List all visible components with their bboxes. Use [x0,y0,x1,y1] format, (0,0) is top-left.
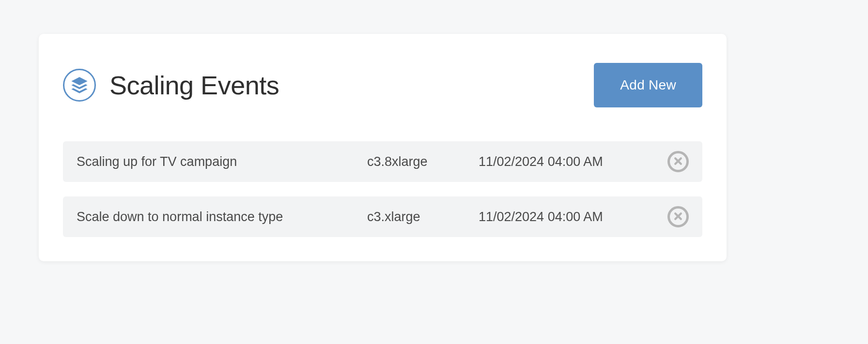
event-list: Scaling up for TV campaign c3.8xlarge 11… [63,141,702,237]
event-description: Scale down to normal instance type [77,209,362,224]
close-icon [673,211,683,223]
panel-header: Scaling Events Add New [63,63,702,107]
header-left: Scaling Events [63,69,279,102]
add-new-button[interactable]: Add New [594,63,702,107]
event-instance-type: c3.8xlarge [367,154,474,169]
event-instance-type: c3.xlarge [367,209,474,224]
layers-icon [63,69,96,102]
close-icon [673,156,683,167]
event-description: Scaling up for TV campaign [77,154,362,169]
event-row: Scale down to normal instance type c3.xl… [63,196,702,237]
delete-event-button[interactable] [667,151,689,172]
event-row: Scaling up for TV campaign c3.8xlarge 11… [63,141,702,182]
panel-title: Scaling Events [109,70,279,100]
delete-event-button[interactable] [667,206,689,227]
event-scheduled-time: 11/02/2024 04:00 AM [479,154,663,169]
event-scheduled-time: 11/02/2024 04:00 AM [479,209,663,224]
scaling-events-panel: Scaling Events Add New Scaling up for TV… [39,34,727,261]
